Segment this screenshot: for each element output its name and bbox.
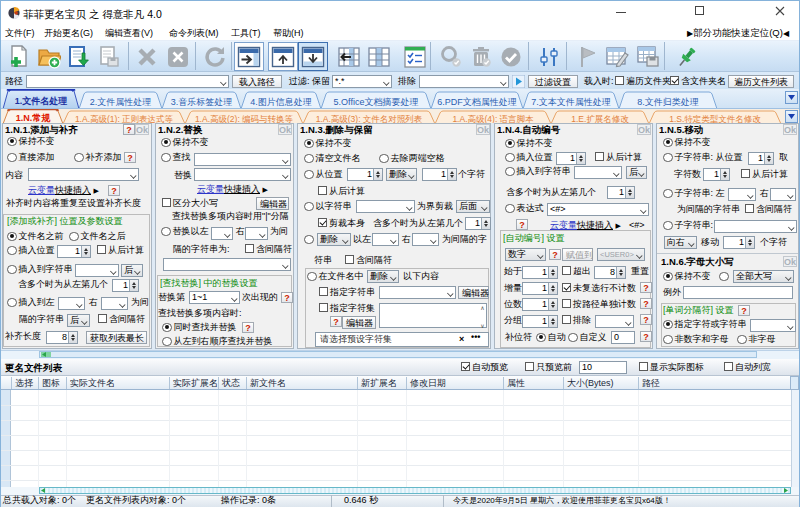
svg-text:4.图片信息处理: 4.图片信息处理 bbox=[250, 97, 312, 107]
svg-text:8.文件归类处理: 8.文件归类处理 bbox=[637, 97, 699, 107]
svg-text:1.N.常规: 1.N.常规 bbox=[16, 113, 52, 123]
svg-text:7.文本文件属性处理: 7.文本文件属性处理 bbox=[531, 97, 611, 107]
svg-text:2.文件属性处理: 2.文件属性处理 bbox=[90, 97, 152, 107]
svg-text:6.PDF文档属性处理: 6.PDF文档属性处理 bbox=[437, 97, 517, 107]
svg-text:5.Office文档摘要处理: 5.Office文档摘要处理 bbox=[334, 97, 419, 107]
svg-text:3.音乐标签处理: 3.音乐标签处理 bbox=[171, 97, 233, 107]
svg-text:1.文件名处理: 1.文件名处理 bbox=[15, 96, 68, 106]
